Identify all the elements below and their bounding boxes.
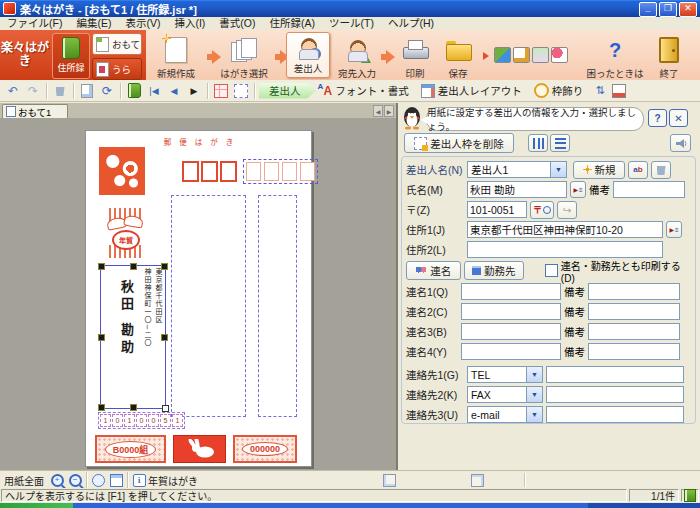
insert-image-icon[interactable] [494,47,511,63]
contact3-type-combo[interactable]: e-mail▼ [467,406,543,423]
menu-help[interactable]: ヘルプ(H) [381,17,441,30]
joint2-note-input[interactable] [588,303,680,320]
menu-insert[interactable]: 挿入(I) [167,17,212,30]
sender-zip-boxes[interactable]: 1 0 1 0 0 5 1 [98,412,185,429]
sender-card-icon[interactable] [610,82,628,100]
chevron-down-icon[interactable]: ▼ [526,407,542,422]
resize-handle[interactable] [161,263,168,270]
front-side-button[interactable]: おもて [92,33,142,55]
panel-close-button[interactable]: ✕ [669,109,688,127]
tab-scroll-left-icon[interactable]: ◀ [373,105,383,117]
horizontal-text-toggle[interactable] [550,134,570,152]
sender-mode-tag[interactable]: 差出人 [259,83,317,99]
zip-to-address-button[interactable]: ↪ [557,201,577,219]
first-record-icon[interactable]: |◀ [145,82,163,100]
frame-decoration-button[interactable]: 枠飾り [529,83,589,98]
read-aloud-button[interactable] [670,134,691,152]
menu-format[interactable]: 書式(O) [212,17,262,30]
recipient-name-frame[interactable] [258,195,297,417]
zip-input[interactable] [467,201,527,218]
address-book-button[interactable]: 住所録 [52,33,90,79]
delete-trash-icon[interactable] [51,82,69,100]
edit-document-icon[interactable] [513,47,530,63]
close-button[interactable]: ✕ [679,2,697,17]
postcard-canvas[interactable]: 郵便はがき 年賀 東京都 [0,118,396,470]
menu-tools[interactable]: ツール(T) [322,17,381,30]
print-both-checkbox[interactable] [545,264,558,277]
joint3-note-input[interactable] [588,323,680,340]
tab-scroll-right-icon[interactable]: ▶ [384,105,394,117]
resize-handle[interactable] [130,263,137,270]
menu-file[interactable]: ファイル(F) [0,17,69,30]
delete-sender-frame-button[interactable]: 差出人枠を削除 [404,133,514,153]
chevron-down-icon[interactable]: ▼ [550,162,566,177]
exit-button[interactable]: 終了 [648,33,690,80]
joint4-note-input[interactable] [588,343,680,360]
selection-frame-icon[interactable] [232,82,250,100]
recipient-zip-boxes[interactable] [182,159,318,184]
office-button[interactable]: 勤務先 [464,261,524,280]
start-button-edge[interactable] [0,503,73,508]
chevron-down-icon[interactable]: ▼ [526,387,542,402]
minimize-button[interactable]: _ [639,2,657,17]
menu-addressbook[interactable]: 住所録(A) [263,17,323,30]
sender-name-combo[interactable]: 差出人1▼ [467,161,567,178]
menu-view[interactable]: 表示(V) [118,17,167,30]
step-print[interactable]: 印刷 [394,33,436,80]
resize-handle[interactable] [130,404,137,411]
rotate-document-icon[interactable]: ⟳ [98,82,116,100]
resize-handle[interactable] [161,334,168,341]
name-picker-button[interactable]: ▶≡ [570,181,586,198]
back-side-button[interactable]: うら [92,58,142,80]
redo-icon[interactable]: ↷ [24,82,42,100]
sender-frame-selected[interactable]: 東京都千代田区 神田神保町一〇−二〇 秋田 勘助 [100,265,166,409]
canvas-corner-icon[interactable] [381,473,397,487]
contact2-type-combo[interactable]: FAX▼ [467,386,543,403]
postcard-preview[interactable]: 郵便はがき 年賀 東京都 [85,130,312,467]
recipient-address-frame[interactable] [171,195,246,417]
address1-input[interactable] [467,221,663,238]
tab-front1[interactable]: おもて1 [2,104,68,118]
step-recipient[interactable]: 宛先入力 [331,33,383,80]
zoom-in-icon[interactable]: + [49,473,65,487]
print-preview-icon[interactable] [90,473,106,487]
name-note-input[interactable] [613,181,685,198]
joint1-input[interactable] [461,283,561,300]
furigana-button[interactable]: ab [628,161,648,179]
stamp-area[interactable] [99,147,145,195]
joint2-input[interactable] [461,303,561,320]
undo-icon[interactable]: ↶ [4,82,22,100]
rotate-handle[interactable] [162,405,169,412]
step-new[interactable]: 新規作成 [150,33,202,80]
next-record-icon[interactable]: ▶ [185,82,203,100]
panel-corner-icon[interactable] [469,473,485,487]
envelopes-icon[interactable] [532,47,549,63]
preview-zoom-icon[interactable] [78,82,96,100]
vertical-text-toggle[interactable] [528,134,548,152]
resize-handle[interactable] [98,263,105,270]
contact1-input[interactable] [546,366,684,383]
joint-names-button[interactable]: 連名 [406,261,461,280]
step-save[interactable]: 保存 [438,33,478,80]
address-table-icon[interactable] [212,82,230,100]
favorites-edit-icon[interactable] [551,47,568,63]
chevron-down-icon[interactable]: ▼ [526,367,542,382]
new-sender-button[interactable]: 新規 [573,161,625,179]
address2-input[interactable] [467,241,663,258]
zip-lookup-button[interactable]: 〒 [530,201,554,219]
zip-selection-frame[interactable] [243,159,318,184]
zoom-out-icon[interactable]: − [67,473,83,487]
font-format-button[interactable]: AA フォント・書式 [319,83,414,98]
help-button[interactable]: ? 困ったときは [586,33,644,80]
menu-edit[interactable]: 編集(E) [69,17,118,30]
more-tools-arrow-icon[interactable] [483,52,489,60]
page-setup-icon[interactable] [108,473,124,487]
prev-record-icon[interactable]: ◀ [165,82,183,100]
restore-button[interactable]: ❐ [659,2,677,17]
contact3-input[interactable] [546,406,684,423]
resize-handle[interactable] [98,334,105,341]
windows-taskbar[interactable] [0,503,700,508]
title-bar[interactable]: 楽々はがき - [おもて1 / 住所録.jsr *] _ ❐ ✕ [0,0,700,17]
reorder-icon[interactable]: ⇅ [590,82,608,100]
joint1-note-input[interactable] [588,283,680,300]
